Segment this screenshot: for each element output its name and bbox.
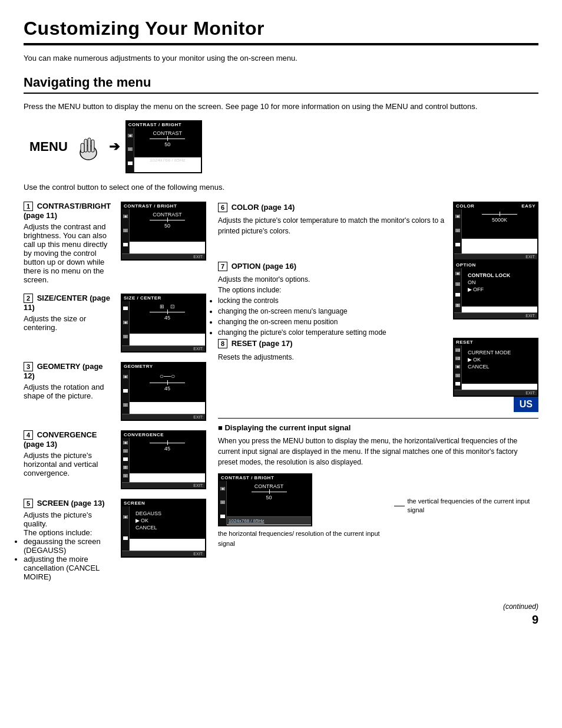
freq-horizontal-label: the horizontal frequencies/ resolution o… (218, 529, 386, 548)
menu-preview-screen: CONTRAST / BRIGHT 🔲 ○ ✦ CONTRAST 50 10 (125, 120, 202, 173)
nav-section-title: Navigating the menu (24, 75, 538, 94)
item-5-options-intro: The options include: (24, 528, 114, 537)
menu-item-5: 5 SCREEN (page 13) Adjusts the picture's… (24, 499, 206, 581)
displaying-section: Displaying the current input signal When… (218, 418, 538, 548)
item-7-options-intro: The options include: (218, 285, 447, 295)
item-1-screen: CONTRAST / BRIGHT 🔲○✦ CONTRAST 50 (121, 202, 206, 261)
item-5-options-list: degaussing the screen (DEGAUSS) adjustin… (24, 537, 114, 581)
item-3-num: 3 (24, 362, 33, 371)
item-5-desc: Adjusts the picture's quality. (24, 510, 114, 528)
menu-item-8: 8 RESET (page 17) Resets the adjustments… (218, 338, 538, 397)
item-3-text: 3 GEOMETRY (page 12) Adjusts the rotatio… (24, 362, 114, 400)
list-item: changing the on-screen menu's language (218, 306, 447, 317)
item-4-text: 4 CONVERGENCE (page 13) Adjusts the pict… (24, 430, 114, 477)
nav-description: Press the MENU button to display the men… (24, 101, 538, 113)
item-6-text: 6 COLOR (page 14) Adjusts the picture's … (218, 202, 447, 237)
item-8-desc: Resets the adjustments. (218, 352, 447, 363)
menu-item-6: 6 COLOR (page 14) Adjusts the picture's … (218, 202, 538, 261)
item-5-text: 5 SCREEN (page 13) Adjusts the picture's… (24, 499, 114, 581)
item-7-header: 7 OPTION (page 16) (218, 261, 447, 272)
item-7-desc: Adjusts the monitor's options. (218, 274, 447, 285)
svg-rect-3 (91, 140, 94, 152)
list-item: degaussing the screen (DEGAUSS) (24, 537, 114, 555)
item-2-desc: Adjusts the size or centering. (24, 314, 114, 332)
footer-continued: (continued) (24, 602, 538, 611)
menu-illustration: MENU ➔ CONTRAST / BRIGHT 🔲 ○ ✦ CONTRAST (29, 120, 538, 173)
item-8-screen: RESET ←1←2🔲○✦ CURRENT MODE OK CANCEL (453, 338, 538, 397)
item-8-text: 8 RESET (page 17) Resets the adjustments… (218, 338, 447, 363)
list-item: changing the on-screen menu position (218, 317, 447, 327)
item-1-num: 1 (24, 202, 33, 211)
item-6-header: 6 COLOR (page 14) (218, 202, 447, 213)
freq-diagram: CONTRAST / BRIGHT 🔲○✦ CONTRAST 50 (218, 473, 538, 548)
intro-text: You can make numerous adjustments to you… (24, 52, 538, 64)
displaying-body: When you press the MENU button to displa… (218, 436, 538, 467)
item-4-header: 4 CONVERGENCE (page 13) (24, 430, 114, 449)
two-col-layout: 1 CONTRAST/BRIGHT (page 11) Adjusts the … (24, 202, 538, 591)
menu-item-3: 3 GEOMETRY (page 12) Adjusts the rotatio… (24, 362, 206, 421)
svg-rect-2 (88, 138, 91, 152)
item-2-num: 2 (24, 294, 33, 303)
item-2-text: 2 SIZE/CENTER (page 11) Adjusts the size… (24, 294, 114, 332)
item-6-num: 6 (218, 203, 227, 212)
select-label: Use the control button to select one of … (24, 182, 538, 193)
item-2-screen: SIZE / CENTER ✦🔲○ ⊞ ⊡ 45 (121, 294, 206, 353)
item-6-screen: COLOR EASY 🔲○✦ 5000K (453, 202, 538, 261)
displaying-title: Displaying the current input signal (218, 423, 538, 432)
item-4-screen: CONVERGENCE 🔲○✦B+ 45 EXIT: (121, 430, 206, 489)
item-1-text: 1 CONTRAST/BRIGHT (page 11) Adjusts the … (24, 202, 114, 284)
item-4-desc: Adjusts the picture's horizontal and ver… (24, 451, 114, 477)
us-badge: US (514, 397, 538, 412)
freq-vertical-label: the vertical frequencies of the current … (407, 497, 538, 515)
us-badge-container: US (218, 397, 538, 412)
item-7-screen: OPTION 🔲○✦B CONTROL LOCK ON OFF (453, 261, 538, 319)
item-1-desc: Adjusts the contrast and brightness. You… (24, 222, 114, 284)
menu-item-1: 1 CONTRAST/BRIGHT (page 11) Adjusts the … (24, 202, 206, 284)
hand-icon (74, 132, 103, 162)
item-3-header: 3 GEOMETRY (page 12) (24, 362, 114, 380)
item-5-screen: SCREEN 🔲✦ DEGAUSS OK CANCEL (121, 499, 206, 558)
svg-rect-1 (84, 139, 87, 152)
item-5-header: 5 SCREEN (page 13) (24, 499, 114, 508)
item-3-screen: GEOMETRY 🔲✦○ ○—○ 45 EX (121, 362, 206, 421)
menu-item-2: 2 SIZE/CENTER (page 11) Adjusts the size… (24, 294, 206, 353)
right-column: 6 COLOR (page 14) Adjusts the picture's … (218, 202, 538, 591)
item-7-text: 7 OPTION (page 16) Adjusts the monitor's… (218, 261, 447, 338)
item-8-header: 8 RESET (page 17) (218, 338, 447, 350)
item-7-num: 7 (218, 262, 227, 271)
item-7-options-list: locking the controls changing the on-scr… (218, 295, 447, 338)
left-column: 1 CONTRAST/BRIGHT (page 11) Adjusts the … (24, 202, 206, 591)
menu-label: MENU (29, 139, 68, 154)
item-3-desc: Adjusts the rotation and shape of the pi… (24, 383, 114, 400)
menu-item-7: 7 OPTION (page 16) Adjusts the monitor's… (218, 261, 538, 338)
page-title: Customizing Your Monitor (24, 18, 538, 45)
menu-item-4: 4 CONVERGENCE (page 13) Adjusts the pict… (24, 430, 206, 489)
item-5-num: 5 (24, 499, 33, 508)
freq-screen: CONTRAST / BRIGHT 🔲○✦ CONTRAST 50 (218, 473, 386, 548)
list-item: locking the controls (218, 295, 447, 306)
item-8-num: 8 (218, 339, 227, 348)
item-2-header: 2 SIZE/CENTER (page 11) (24, 294, 114, 312)
item-6-desc: Adjusts the picture's color temperature … (218, 215, 447, 236)
list-item: adjusting the moire cancellation (CANCEL… (24, 555, 114, 581)
item-1-header: 1 CONTRAST/BRIGHT (page 11) (24, 202, 114, 220)
freq-right-labels: the vertical frequencies of the current … (394, 473, 538, 518)
svg-rect-4 (81, 143, 84, 153)
page-number: 9 (24, 613, 538, 627)
item-4-num: 4 (24, 430, 33, 440)
arrow-icon: ➔ (109, 139, 120, 154)
list-item: changing the picture's color temperature… (218, 327, 447, 338)
